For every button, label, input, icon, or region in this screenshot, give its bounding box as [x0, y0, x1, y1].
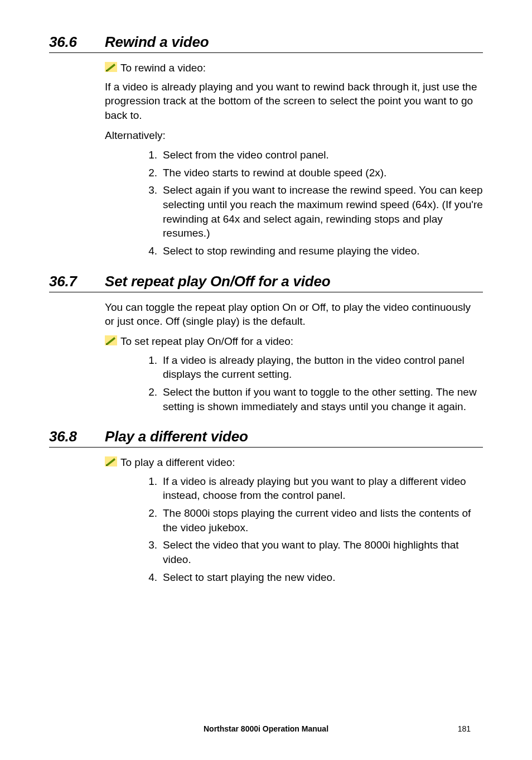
- paragraph: If a video is already playing and you wa…: [105, 80, 483, 123]
- list-item: 1. If a video is already playing but you…: [138, 474, 483, 503]
- page-number: 181: [458, 724, 471, 733]
- page: 36.6 Rewind a video To rewind a video: I…: [0, 0, 532, 760]
- section-number: 36.8: [49, 428, 105, 445]
- footer-title: Northstar 8000i Operation Manual: [204, 724, 328, 733]
- section-header-36-6: 36.6 Rewind a video: [49, 33, 483, 53]
- section-body-36-8: To play a different video: 1. If a video…: [105, 455, 483, 584]
- list-item-number: 3.: [138, 183, 163, 240]
- section-header-36-7: 36.7 Set repeat play On/Off for a video: [49, 273, 483, 292]
- list-item: 2. The 8000i stops playing the current v…: [138, 506, 483, 535]
- list-item: 1. If a video is already playing, the bu…: [138, 353, 483, 382]
- procedure-lead: To rewind a video:: [105, 61, 483, 75]
- list-item-number: 4.: [138, 570, 163, 585]
- list-item: 1. Select from the video control panel.: [138, 148, 483, 162]
- list-item-text: Select the button if you want to toggle …: [163, 385, 483, 413]
- list-item-text: Select to start playing the new video.: [163, 570, 483, 585]
- section-header-36-8: 36.8 Play a different video: [49, 428, 483, 448]
- list-item: 3. Select again if you want to increase …: [138, 183, 483, 240]
- list-item-number: 3.: [138, 538, 163, 566]
- list-item-text: The video starts to rewind at double spe…: [163, 166, 483, 180]
- list-item-number: 4.: [138, 244, 163, 258]
- ordered-list: 1. If a video is already playing but you…: [138, 474, 483, 584]
- procedure-lead-text: To rewind a video:: [120, 61, 206, 75]
- pencil-icon: [105, 335, 117, 345]
- ordered-list: 1. If a video is already playing, the bu…: [138, 353, 483, 414]
- procedure-lead-text: To set repeat play On/Off for a video:: [120, 334, 293, 349]
- pencil-icon: [105, 62, 117, 72]
- list-item: 2. Select the button if you want to togg…: [138, 385, 483, 413]
- procedure-lead: To set repeat play On/Off for a video:: [105, 334, 483, 349]
- pencil-icon: [105, 456, 117, 466]
- list-item-text: If a video is already playing but you wa…: [163, 474, 483, 503]
- list-item: 4. Select to stop rewinding and resume p…: [138, 244, 483, 258]
- list-item-number: 2.: [138, 506, 163, 535]
- procedure-lead: To play a different video:: [105, 455, 483, 470]
- section-number: 36.7: [49, 273, 105, 290]
- list-item-number: 1.: [138, 474, 163, 503]
- list-item-number: 1.: [138, 353, 163, 382]
- section-title: Rewind a video: [105, 33, 209, 51]
- section-title: Set repeat play On/Off for a video: [105, 273, 331, 290]
- section-number: 36.6: [49, 33, 105, 51]
- list-item: 4. Select to start playing the new video…: [138, 570, 483, 585]
- list-item-text: If a video is already playing, the butto…: [163, 353, 483, 382]
- list-item-text: The 8000i stops playing the current vide…: [163, 506, 483, 535]
- paragraph: Alternatively:: [105, 128, 483, 143]
- list-item: 3. Select the video that you want to pla…: [138, 538, 483, 566]
- paragraph: You can toggle the repeat play option On…: [105, 300, 483, 329]
- list-item-text: Select from the video control panel.: [163, 148, 483, 162]
- section-body-36-7: You can toggle the repeat play option On…: [105, 300, 483, 413]
- footer: Northstar 8000i Operation Manual: [0, 724, 532, 733]
- list-item-number: 2.: [138, 385, 163, 413]
- list-item-number: 2.: [138, 166, 163, 180]
- list-item: 2. The video starts to rewind at double …: [138, 166, 483, 180]
- procedure-lead-text: To play a different video:: [120, 455, 235, 470]
- section-title: Play a different video: [105, 428, 248, 445]
- list-item-text: Select again if you want to increase the…: [163, 183, 483, 240]
- list-item-number: 1.: [138, 148, 163, 162]
- ordered-list: 1. Select from the video control panel. …: [138, 148, 483, 258]
- section-body-36-6: To rewind a video: If a video is already…: [105, 61, 483, 258]
- list-item-text: Select the video that you want to play. …: [163, 538, 483, 566]
- list-item-text: Select to stop rewinding and resume play…: [163, 244, 483, 258]
